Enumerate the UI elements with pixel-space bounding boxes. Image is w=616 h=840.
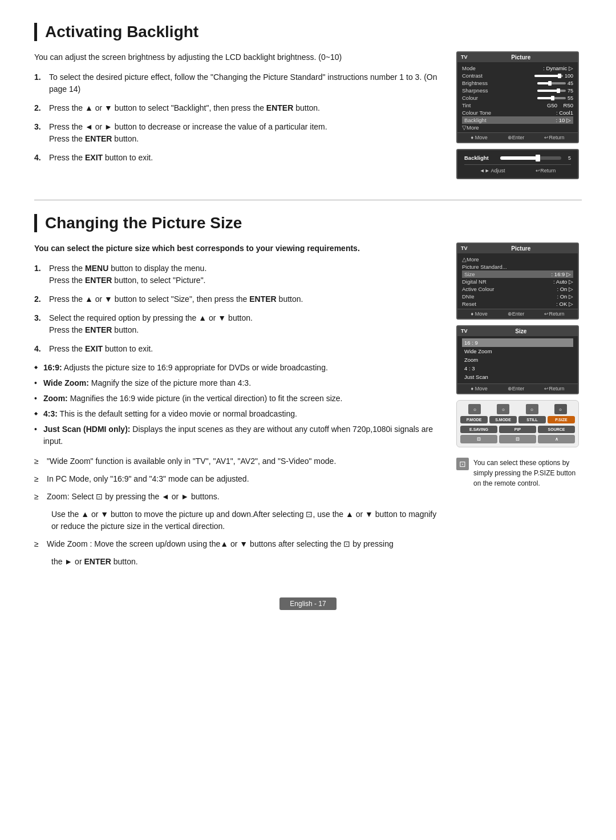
section2-title: Changing the Picture Size xyxy=(34,214,582,232)
remote-icon-psize: ⊙ xyxy=(554,404,567,414)
tv-row-colourtone: Colour Tone : Cool1 xyxy=(462,109,573,116)
step-2-1: 1. Press the MENU button to display the … xyxy=(34,262,443,286)
section1-title: Activating Backlight xyxy=(34,23,582,41)
remote-icon-still: ⊙ xyxy=(526,404,538,414)
arrow-note-2: In PC Mode, only "16:9" and "4:3" mode c… xyxy=(34,473,443,485)
section2-intro: You can select the picture size which be… xyxy=(34,243,443,255)
remote-btn-still[interactable]: STILL xyxy=(518,416,546,423)
tv-row-sharpness: Sharpness 75 xyxy=(462,87,573,94)
step-2-2: 2. Press the ▲ or ▼ button to select "Si… xyxy=(34,293,443,305)
section1-text-col: You can adjust the screen brightness by … xyxy=(34,51,443,171)
section2-content: You can select the picture size which be… xyxy=(34,243,582,574)
remote-btn-pmode[interactable]: P.MODE xyxy=(460,416,488,423)
remote-icon-smode: ⊙ xyxy=(497,404,509,414)
section1-steps: 1. To select the desired picture effect,… xyxy=(34,71,443,164)
section1-ui-col: TV Picture Mode : Dynamic ▷ Contrast 100 xyxy=(456,51,582,179)
remote-control-mini: ⊙ ⊙ ⊙ ⊙ P.MODE S.MODE STILL P.SIZE E.SAV… xyxy=(456,400,579,447)
section-activating-backlight: Activating Backlight You can adjust the … xyxy=(34,23,582,179)
step-1-4: 4. Press the EXIT button to exit. xyxy=(34,152,443,164)
remote-button-row1: P.MODE S.MODE STILL P.SIZE xyxy=(460,416,575,423)
tv-row-picturestandard: Picture Standard... xyxy=(462,263,573,270)
page-number-badge: English - 17 xyxy=(279,597,336,610)
tv-picture-menu: TV Picture Mode : Dynamic ▷ Contrast 100 xyxy=(456,51,579,143)
section1-content: You can adjust the screen brightness by … xyxy=(34,51,582,179)
size-item-43: 4 : 3 xyxy=(462,364,573,373)
arrow-note-3: Zoom: Select ⊡ by pressing the ◄ or ► bu… xyxy=(34,491,443,532)
arrow-notes: "Wide Zoom" function is available only i… xyxy=(34,455,443,568)
remote-top-icons: ⊙ ⊙ ⊙ ⊙ xyxy=(460,404,575,414)
tv-screen3-footer: ♦ Move ⊕Enter ↩Return xyxy=(457,309,578,318)
tv-screen3-header: TV Picture xyxy=(457,244,578,253)
note-psize: ⊡ You can select these options by simply… xyxy=(456,458,579,488)
remote-btn-icon3[interactable]: ∧ xyxy=(538,435,575,443)
tv-row-dnie: DNIe : On ▷ xyxy=(462,293,573,300)
tv-row-tint: Tint G50 R50 xyxy=(462,102,573,109)
tv-row-digitalnr: Digital NR : Auto ▷ xyxy=(462,278,573,285)
section2-steps: 1. Press the MENU button to display the … xyxy=(34,262,443,355)
size-item-widezoom: Wide Zoom xyxy=(462,347,573,356)
tv-row-size: Size : 16:9 ▷ xyxy=(462,270,573,278)
bullet-widezoom: Wide Zoom: Magnify the size of the pictu… xyxy=(34,377,443,389)
step-1-3: 3. Press the ◄ or ► button to decrease o… xyxy=(34,121,443,145)
remote-button-row2: E.SAVING PIP SOURCE xyxy=(460,426,575,433)
tv-row-colour: Colour 55 xyxy=(462,94,573,102)
backlight-row: Backlight 5 xyxy=(464,155,571,161)
remote-icon-pmode: ⊙ xyxy=(468,404,481,414)
tv-row-more2: △More xyxy=(462,256,573,263)
remote-btn-icon1[interactable]: ⊡ xyxy=(460,435,497,443)
tv-row-more: ▽More xyxy=(462,124,573,131)
tv-row-activecolour: Active Colour : On ▷ xyxy=(462,285,573,293)
step-2-4: 4. Press the EXIT button to exit. xyxy=(34,343,443,355)
tv-row-reset: Reset : OK ▷ xyxy=(462,300,573,308)
section-changing-picture-size: Changing the Picture Size You can select… xyxy=(34,214,582,574)
remote-btn-source[interactable]: SOURCE xyxy=(538,426,575,433)
tv-row-backlight: Backlight : 10 ▷ xyxy=(462,116,573,124)
size-item-justscan: Just Scan xyxy=(462,373,573,381)
tv-row-mode: Mode : Dynamic ▷ xyxy=(462,64,573,72)
remote-btn-smode[interactable]: S.MODE xyxy=(489,416,517,423)
section2-ui-col: TV Picture △More Picture Standard... Siz… xyxy=(456,243,582,488)
bullet-zoom: Zoom: Magnifies the 16:9 wide picture (i… xyxy=(34,393,443,405)
tv-screen1-body: Mode : Dynamic ▷ Contrast 100 Brightness xyxy=(457,62,578,132)
remote-btn-icon2[interactable]: ⊡ xyxy=(499,435,536,443)
tv-screen1-footer: ♦ Move ⊕Enter ↩Return xyxy=(457,132,578,142)
section2-text-col: You can select the picture size which be… xyxy=(34,243,443,574)
size-item-169: 16 : 9 xyxy=(462,338,573,347)
note-icon: ⊡ xyxy=(456,458,469,470)
size-bullets: 16:9: Adjusts the picture size to 16:9 a… xyxy=(34,362,443,447)
remote-btn-pip[interactable]: PIP xyxy=(499,426,536,433)
tv-screen1-header: TV Picture xyxy=(457,52,578,62)
backlight-slider xyxy=(500,156,561,160)
bullet-justscan: Just Scan (HDMI only): Displays the inpu… xyxy=(34,423,443,447)
backlight-footer: ◄► Adjust ↩Return xyxy=(464,164,571,173)
bullet-43: 4:3: This is the default setting for a v… xyxy=(34,408,443,420)
tv-backlight-screen: Backlight 5 ◄► Adjust ↩Return xyxy=(456,149,579,179)
section-divider xyxy=(34,200,582,200)
step-2-3: 3. Select the required option by pressin… xyxy=(34,312,443,336)
tv-size-list: 16 : 9 Wide Zoom Zoom 4 : 3 Just Scan xyxy=(457,336,578,383)
tv-screen4-footer: ♦ Move ⊕Enter ↩Return xyxy=(457,383,578,393)
tv-row-brightness: Brightness 45 xyxy=(462,79,573,87)
step-1-1: 1. To select the desired picture effect,… xyxy=(34,71,443,95)
size-item-zoom: Zoom xyxy=(462,356,573,364)
note-text: You can select these options by simply p… xyxy=(473,458,579,488)
remote-btn-psize[interactable]: P.SIZE xyxy=(548,416,575,423)
tv-row-contrast: Contrast 100 xyxy=(462,72,573,79)
tv-size-list-screen: TV Size 16 : 9 Wide Zoom Zoom 4 : 3 Just… xyxy=(456,325,579,394)
tv-screen4-header: TV Size xyxy=(457,326,578,336)
section1-intro: You can adjust the screen brightness by … xyxy=(34,51,443,63)
arrow-note-1: "Wide Zoom" function is available only i… xyxy=(34,455,443,467)
remote-button-row3: ⊡ ⊡ ∧ xyxy=(460,435,575,443)
tv-picture-size-menu: TV Picture △More Picture Standard... Siz… xyxy=(456,243,579,320)
bullet-169: 16:9: Adjusts the picture size to 16:9 a… xyxy=(34,362,443,374)
remote-btn-esaving[interactable]: E.SAVING xyxy=(460,426,497,433)
arrow-note-4: Wide Zoom : Move the screen up/down usin… xyxy=(34,538,443,568)
step-1-2: 2. Press the ▲ or ▼ button to select "Ba… xyxy=(34,102,443,114)
tv-screen3-body: △More Picture Standard... Size : 16:9 ▷ … xyxy=(457,253,578,309)
page-footer: English - 17 xyxy=(34,594,582,613)
